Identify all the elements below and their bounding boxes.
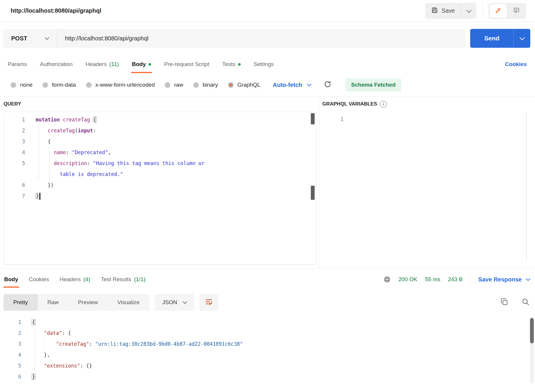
- tab-test-results[interactable]: Test Results(1/1): [101, 269, 146, 290]
- code-line: 1mutation createTag {: [4, 114, 316, 125]
- response-size[interactable]: 243 B: [448, 276, 463, 283]
- query-scrollbar-thumb[interactable]: [311, 186, 315, 200]
- query-scrollbar-thumb[interactable]: [311, 113, 315, 124]
- send-button-group: Send: [470, 29, 530, 48]
- body-type-none[interactable]: none: [11, 82, 32, 88]
- radio-icon: [11, 82, 16, 88]
- response-tabs: BodyCookiesHeaders(4)Test Results(1/1): [4, 269, 156, 290]
- url-input[interactable]: [57, 35, 465, 42]
- save-label: Save: [441, 7, 455, 14]
- tab-params[interactable]: Params: [8, 55, 27, 74]
- variables-scrollbar-track[interactable]: [526, 112, 527, 261]
- text-cursor: [39, 193, 40, 200]
- send-button[interactable]: Send: [470, 29, 513, 48]
- url-bar: POST: [3, 29, 465, 48]
- query-pane-title: QUERY: [4, 96, 319, 112]
- refresh-schema-button[interactable]: [324, 80, 331, 89]
- tab-count: (1/1): [134, 276, 146, 283]
- status-badge[interactable]: 200 OK: [398, 276, 417, 283]
- response-tabs-row: BodyCookiesHeaders(4)Test Results(1/1) 2…: [0, 269, 535, 290]
- line-number: 2: [4, 125, 30, 136]
- chevron-down-icon: [466, 7, 471, 13]
- request-tabs-row: ParamsAuthorizationHeaders(11)BodyPre-re…: [0, 55, 535, 74]
- tab-body[interactable]: Body: [4, 269, 18, 290]
- body-type-x-www-form-urlencoded[interactable]: x-www-form-urlencoded: [86, 82, 155, 88]
- variables-editor[interactable]: 1: [322, 112, 535, 264]
- line-number: 1: [4, 114, 30, 125]
- chevron-down-icon: [526, 276, 531, 281]
- comment-button[interactable]: [508, 4, 525, 18]
- code-line: 1{: [0, 317, 535, 328]
- tab-cookies[interactable]: Cookies: [29, 269, 49, 290]
- format-select[interactable]: JSON: [155, 294, 194, 311]
- tab-authorization[interactable]: Authorization: [40, 55, 72, 74]
- autofetch-dropdown[interactable]: Auto-fetch: [273, 82, 311, 88]
- view-tab-pretty[interactable]: Pretty: [4, 294, 38, 311]
- code-line: 2 "data": {: [0, 328, 535, 339]
- line-number: 5: [4, 158, 30, 169]
- copy-icon: [500, 298, 508, 307]
- code-line: 3 "createTag": "urn:li:tag:38c283bd-9bd0…: [0, 339, 535, 350]
- line-number: 3: [4, 136, 30, 147]
- search-icon: [521, 298, 530, 307]
- body-type-graphql[interactable]: GraphQL: [228, 82, 260, 88]
- body-type-form-data[interactable]: form-data: [42, 82, 76, 88]
- tab-settings[interactable]: Settings: [254, 55, 274, 74]
- tab-count: (11): [109, 61, 119, 67]
- line-number: 1: [322, 114, 348, 125]
- save-options-button[interactable]: [461, 3, 476, 19]
- body-type-options: noneform-datax-www-form-urlencodedrawbin…: [11, 82, 260, 88]
- tab-body[interactable]: Body: [132, 55, 151, 74]
- code-line: table is deprecated.": [4, 169, 316, 180]
- send-label: Send: [484, 35, 499, 42]
- line-number: 1: [0, 317, 26, 328]
- request-title: http://localhost:8080/api/graphql: [11, 7, 101, 14]
- autofetch-label: Auto-fetch: [273, 82, 302, 88]
- info-icon[interactable]: i: [380, 101, 387, 108]
- chevron-down-icon: [182, 299, 187, 304]
- indent-guide: [39, 125, 39, 180]
- save-response-dropdown[interactable]: Save Response: [478, 276, 530, 283]
- indent-guide: [44, 339, 44, 350]
- query-editor[interactable]: 1mutation createTag {2 createTag(input:3…: [4, 112, 316, 264]
- code-line: 4 name: "Deprecated",: [4, 147, 316, 158]
- chevron-down-icon: [307, 82, 312, 87]
- tab-headers[interactable]: Headers(4): [60, 269, 90, 290]
- view-tab-visualize[interactable]: Visualize: [108, 294, 149, 311]
- tab-pre-request-script[interactable]: Pre-request Script: [164, 55, 209, 74]
- line-number: 4: [0, 350, 26, 360]
- response-time[interactable]: 55 ms: [425, 276, 440, 283]
- save-button[interactable]: Save: [425, 3, 461, 19]
- radio-icon: [193, 82, 199, 88]
- cookies-link[interactable]: Cookies: [505, 61, 527, 67]
- copy-button[interactable]: [500, 298, 508, 307]
- tab-tests[interactable]: Tests: [222, 55, 240, 74]
- view-tab-raw[interactable]: Raw: [38, 294, 68, 311]
- response-action-icons: [500, 298, 530, 307]
- response-scrollbar-thumb[interactable]: [530, 318, 534, 343]
- indent-guide: [35, 328, 35, 371]
- view-tab-preview[interactable]: Preview: [68, 294, 108, 311]
- code-line: 5 description: "Having this tag means th…: [4, 158, 316, 169]
- method-select[interactable]: POST: [3, 29, 57, 48]
- body-type-row: noneform-datax-www-form-urlencodedrawbin…: [0, 74, 535, 96]
- send-options-button[interactable]: [513, 29, 530, 48]
- response-body-editor[interactable]: 1{2 "data": {3 "createTag": "urn:li:tag:…: [0, 314, 535, 386]
- body-type-binary[interactable]: binary: [193, 82, 218, 88]
- search-button[interactable]: [521, 298, 530, 307]
- edit-mode-button[interactable]: [490, 4, 507, 18]
- radio-icon: [165, 82, 170, 88]
- schema-status-badge: Schema Fetched: [346, 78, 401, 91]
- method-label: POST: [11, 35, 27, 42]
- wrap-text-button[interactable]: [199, 294, 218, 311]
- line-number: [4, 169, 30, 180]
- response-view-row: PrettyRawPreviewVisualize JSON: [0, 290, 535, 314]
- code-line: 3 {: [4, 136, 316, 147]
- tab-headers[interactable]: Headers(11): [85, 55, 119, 74]
- comment-icon: [513, 7, 520, 15]
- line-number: 6: [4, 180, 30, 191]
- body-type-raw[interactable]: raw: [165, 82, 183, 88]
- request-header: http://localhost:8080/api/graphql Save: [0, 0, 535, 22]
- line-number: 5: [0, 360, 26, 371]
- format-label: JSON: [162, 299, 177, 306]
